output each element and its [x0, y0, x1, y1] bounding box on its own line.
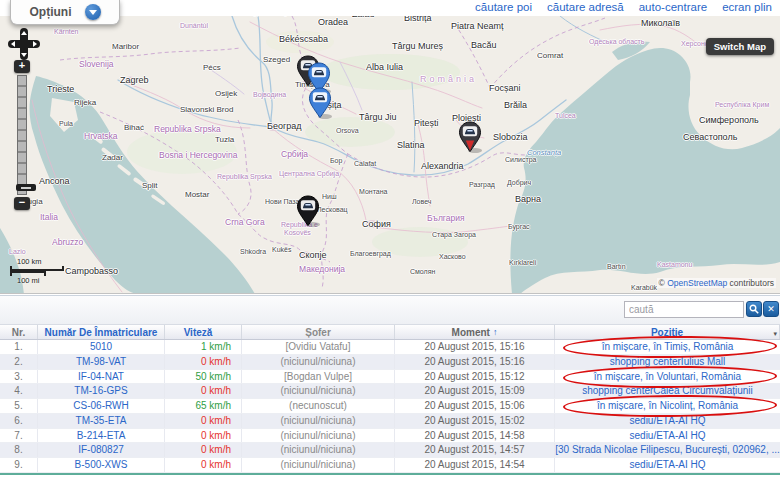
table-row[interactable]: 2.TM-98-VAT0 km/h(niciunul/niciuna)20 Au… [0, 355, 780, 370]
driver-name: (niciunul/niciuna) [242, 458, 395, 472]
driver-name: [Ovidiu Vatafu] [242, 340, 395, 354]
marker-resita[interactable] [308, 87, 332, 119]
speed-value: 0 km/h [165, 384, 242, 398]
position-link[interactable]: în mișcare, în Timiș, România [555, 340, 780, 354]
search-input[interactable] [624, 301, 744, 318]
row-number: 7. [0, 429, 38, 443]
plate-link[interactable]: TM-35-ETA [38, 414, 165, 428]
column-header-label: Nr. [12, 327, 25, 338]
plate-link[interactable]: B-214-ETA [38, 429, 165, 443]
moment-timestamp: 20 August 2015, 15:02 [395, 414, 555, 428]
speed-value: 0 km/h [165, 458, 242, 472]
chevron-down-icon[interactable] [85, 4, 101, 20]
driver-name: [Bogdan Vulpe] [242, 370, 395, 384]
pan-up-icon[interactable] [21, 31, 27, 35]
column-header-label: Moment [452, 327, 490, 338]
plate-link[interactable]: 5010 [38, 340, 165, 354]
plate-link[interactable]: CS-06-RWH [38, 399, 165, 413]
top-link[interactable]: auto-centrare [639, 1, 707, 13]
top-link[interactable]: căutare poi [475, 1, 532, 13]
pan-left-icon[interactable] [11, 41, 15, 47]
table-row[interactable]: 7.B-214-ETA0 km/h(niciunul/niciuna)20 Au… [0, 429, 780, 444]
table-row[interactable]: 6.TM-35-ETA0 km/h(niciunul/niciuna)20 Au… [0, 414, 780, 429]
moment-timestamp: 20 August 2015, 15:12 [395, 370, 555, 384]
position-link[interactable]: [30 Strada Nicolae Filipescu, București,… [555, 443, 780, 457]
table-row[interactable]: 3.IF-04-NAT50 km/h[Bogdan Vulpe]20 Augus… [0, 370, 780, 385]
zoom-track[interactable] [17, 75, 27, 195]
pan-control[interactable] [8, 28, 40, 60]
clear-search-button[interactable]: ✕ [763, 301, 779, 317]
table-row[interactable]: 4.TM-16-GPS0 km/h(niciunul/niciuna)20 Au… [0, 384, 780, 399]
column-header[interactable]: Șofer [242, 325, 395, 339]
table-search-row: ✕ [0, 295, 780, 324]
plate-link[interactable]: IF-080827 [38, 443, 165, 457]
search-button[interactable] [746, 301, 762, 317]
column-header[interactable]: Număr De Înmatriculare [38, 325, 165, 339]
map-base-art [0, 0, 780, 294]
speed-value: 0 km/h [165, 429, 242, 443]
table-row[interactable]: 1.50101 km/h[Ovidiu Vatafu]20 August 201… [0, 340, 780, 355]
speed-value: 0 km/h [165, 414, 242, 428]
moment-timestamp: 20 August 2015, 15:16 [395, 340, 555, 354]
speed-value: 50 km/h [165, 370, 242, 384]
table-footer-line [0, 473, 780, 475]
moment-timestamp: 20 August 2015, 15:16 [395, 355, 555, 369]
pan-right-icon[interactable] [33, 41, 37, 47]
plate-link[interactable]: B-500-XWS [38, 458, 165, 472]
table-row[interactable]: 8.IF-0808270 km/h(niciunul/niciuna)20 Au… [0, 443, 780, 458]
column-header[interactable]: Poziție [555, 325, 780, 339]
scale-km-label: 100 km [10, 257, 64, 266]
attribution-suffix: contributors [727, 278, 774, 288]
switch-map-button[interactable]: Switch Map [706, 38, 774, 55]
column-menu-icon[interactable]: ▾ [773, 330, 777, 338]
position-link[interactable]: shopping centerCalea Circumvalațiunii [555, 384, 780, 398]
pan-down-icon[interactable] [21, 53, 27, 57]
map-canvas[interactable]: OradeaZalăuBistrițaPiatra NeamțBékéscsab… [0, 0, 780, 294]
zoom-slider-handle[interactable] [16, 184, 36, 191]
options-button[interactable]: Opțiuni [10, 0, 120, 25]
options-label: Opțiuni [30, 5, 72, 19]
zoom-out-button[interactable]: − [14, 197, 30, 210]
openstreetmap-link[interactable]: OpenStreetMap [667, 278, 727, 288]
plate-link[interactable]: TM-98-VAT [38, 355, 165, 369]
position-link[interactable]: sediu/ETA-AI HQ [555, 458, 780, 472]
column-header[interactable]: Viteză [165, 325, 242, 339]
table-row[interactable]: 5.CS-06-RWH65 km/h(necunoscut)20 August … [0, 399, 780, 414]
table-header: Nr.Număr De ÎnmatriculareVitezăȘoferMome… [0, 324, 780, 340]
plate-link[interactable]: TM-16-GPS [38, 384, 165, 398]
zoom-in-button[interactable]: + [14, 60, 30, 73]
vehicle-table-panel: ✕ Nr.Număr De ÎnmatriculareVitezăȘoferMo… [0, 295, 780, 483]
driver-name: (niciunul/niciuna) [242, 384, 395, 398]
position-link[interactable]: în mișcare, în Nicolinț, România [555, 399, 780, 413]
attribution-prefix: © [659, 278, 668, 288]
position-link[interactable]: în mișcare, în Voluntari, România [555, 370, 780, 384]
column-header-label: Șofer [305, 327, 331, 338]
table-body: 1.50101 km/h[Ovidiu Vatafu]20 August 201… [0, 340, 780, 473]
column-header-label: Viteză [184, 327, 213, 338]
column-header[interactable]: Nr. [0, 325, 38, 339]
marker-kosovo[interactable] [296, 195, 320, 227]
marker-ploiesti[interactable] [458, 121, 482, 153]
row-number: 4. [0, 384, 38, 398]
plate-link[interactable]: IF-04-NAT [38, 370, 165, 384]
row-number: 9. [0, 458, 38, 472]
moment-timestamp: 20 August 2015, 14:57 [395, 443, 555, 457]
table-row[interactable]: 9.B-500-XWS0 km/h(niciunul/niciuna)20 Au… [0, 458, 780, 473]
position-link[interactable]: sediu/ETA-AI HQ [555, 414, 780, 428]
top-link[interactable]: ecran plin [722, 1, 772, 13]
row-number: 5. [0, 399, 38, 413]
top-links: căutare poicăutare adresăauto-centrareec… [475, 1, 772, 13]
position-link[interactable]: shopping centerIulius Mall [555, 355, 780, 369]
driver-name: (niciunul/niciuna) [242, 355, 395, 369]
sort-ascending-icon: ↑ [493, 327, 498, 337]
close-icon: ✕ [767, 305, 775, 314]
column-header[interactable]: Moment↑ [395, 325, 555, 339]
scale-bar: 100 km 100 mi [10, 257, 64, 285]
top-link[interactable]: căutare adresă [547, 1, 624, 13]
speed-value: 0 km/h [165, 443, 242, 457]
row-number: 8. [0, 443, 38, 457]
position-link[interactable]: sediu/ETA-AI HQ [555, 429, 780, 443]
driver-name: (niciunul/niciuna) [242, 414, 395, 428]
driver-name: (necunoscut) [242, 399, 395, 413]
moment-timestamp: 20 August 2015, 14:54 [395, 458, 555, 472]
